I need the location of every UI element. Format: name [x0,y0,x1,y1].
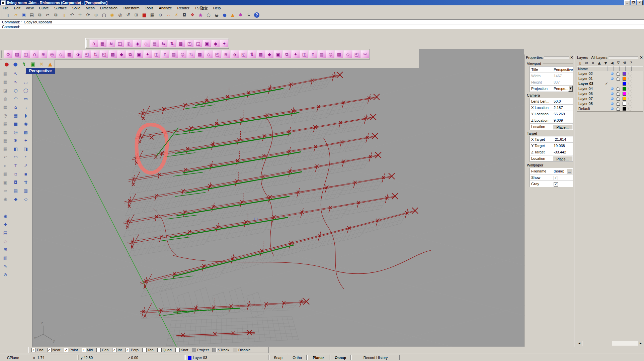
cen-checkbox[interactable] [96,348,101,352]
cplane-tool-icon-7[interactable]: ▦ [1,120,10,128]
print-preview-icon[interactable]: ⧉ [36,11,44,19]
extra-tool-icon-6[interactable]: ▥ [1,254,10,262]
surface-tool-icon-4[interactable]: ◫ [115,39,124,47]
edit-tool-icon-9[interactable]: ✦ [21,136,30,145]
command-input[interactable]: Command: ▲▼ ◀ ▶ [0,24,644,29]
menu-surface[interactable]: Surface [52,6,70,10]
extra-tool-icon-8[interactable]: ⊙ [1,270,10,279]
osnap-point[interactable]: ✓Point [64,348,78,352]
main-tool-icon-6[interactable]: ◇ [56,50,65,58]
undo-view-icon[interactable]: ↺ [124,11,132,19]
main-tool-icon-41[interactable]: ✂ [361,50,370,58]
main-tool-icon-8[interactable]: ⬗ [74,50,82,58]
bulb-icon[interactable] [611,107,614,110]
strack-toggle[interactable] [212,348,217,352]
main-tool-icon-5[interactable]: ◎ [48,50,56,58]
osnap-project[interactable]: Project [192,348,209,352]
edit-tool-icon-12[interactable]: ↗ [21,161,30,170]
name-column-header[interactable]: Name [577,67,608,71]
main-tool-icon-19[interactable]: ▤ [169,50,178,58]
main-tool-icon-34[interactable]: ◫ [300,50,309,58]
main-tool-icon-9[interactable]: ◰ [82,50,91,58]
layer-name[interactable]: Layer 02 [577,72,604,76]
menu-file[interactable]: File [0,6,11,10]
draw-tool-icon-8[interactable]: ◎ [11,128,20,136]
material-icon[interactable] [628,87,632,91]
point-checkbox[interactable]: ✓ [64,348,68,352]
layer-color-swatch[interactable] [623,77,626,81]
main-tool-icon-26[interactable]: ⬗ [230,50,239,58]
main-tool-icon-22[interactable]: ▦ [195,50,204,58]
bulb-icon[interactable] [611,77,614,80]
menu-curve[interactable]: Curve [36,6,51,10]
layers-tool-icon-9[interactable]: ? [628,59,634,67]
layer-name[interactable]: Layer 01 [577,77,604,81]
main-tool-icon-32[interactable]: ⧉ [283,50,291,58]
scrollbar-track[interactable] [612,341,638,346]
save-file-icon[interactable]: ▣ [20,11,28,19]
cplane-tool-icon-6[interactable]: ◔ [1,111,10,120]
main-tool-icon-31[interactable]: ▣ [274,50,283,58]
wallpaper-filename-value[interactable]: (none) [554,168,564,174]
layers-horizontal-scrollbar[interactable]: ◀ ▶ [577,341,643,346]
chevron-down-icon[interactable]: ▼ [568,86,573,92]
main-tool-icon-38[interactable]: ▦ [335,50,343,58]
edit-tool-icon-2[interactable]: ◡ [21,78,30,86]
material-icon[interactable] [628,97,632,101]
close-icon[interactable]: ✕ [640,55,643,59]
main-tool-icon-23[interactable]: ◇ [204,50,213,58]
x-location-value[interactable]: 2.187 [552,105,573,111]
cone-icon[interactable]: ▲ [46,60,55,68]
cplane-tool-icon-5[interactable]: ▦ [1,103,10,111]
project-toggle[interactable] [192,348,196,352]
osnap-tan[interactable]: Tan [142,348,154,352]
main-tool-icon-14[interactable]: ⧉ [126,50,135,58]
material-icon[interactable] [628,92,632,96]
osnap-button[interactable]: Osnap [330,355,351,360]
material-icon[interactable] [628,82,632,86]
disable-toggle[interactable] [233,348,237,352]
layer-name[interactable]: Layer 05 [577,102,604,106]
main-tool-icon-36[interactable]: ▤ [317,50,326,58]
x-target-value[interactable]: -21.614 [552,136,573,142]
lock-icon[interactable] [617,88,620,91]
surface-tool-icon-11[interactable]: ▩ [176,39,185,47]
surface-tool-icon-10[interactable]: ⇅ [168,39,176,47]
draw-tool-icon-15[interactable]: ▤ [11,187,20,195]
extra-tool-icon-7[interactable]: ✎ [1,262,10,270]
move-icon[interactable]: ▆ [140,11,148,19]
menu-analyze[interactable]: Analyze [156,6,174,10]
main-tool-icon-20[interactable]: ◎ [178,50,187,58]
mid-checkbox[interactable]: ✓ [82,348,86,352]
cplane-tool-icon-16[interactable]: ◉ [1,195,10,203]
draw-tool-icon-11[interactable]: ◠ [11,153,20,161]
main-tool-icon-25[interactable]: ≋ [222,50,230,58]
draw-tool-icon-13[interactable]: ▫ [11,170,20,178]
z-location-value[interactable]: 9.009 [552,117,573,123]
main-tool-icon-28[interactable]: ⇅ [248,50,256,58]
osnap-near[interactable]: ✓Near [47,348,61,352]
material-icon[interactable] [628,102,632,106]
rotate-view-icon[interactable]: ⟳ [84,11,92,19]
edit-tool-icon-13[interactable]: ▪ [21,170,30,178]
cplane-tool-icon-12[interactable]: ▹ [1,161,10,170]
end-checkbox[interactable]: ✓ [31,348,36,352]
menu-ts[interactable]: TS:随意 [192,5,211,11]
layer-name[interactable]: Layer 07 [577,97,604,101]
osnap-end[interactable]: ✓End [31,348,44,352]
main-tool-icon-18[interactable]: ∩ [161,50,169,58]
scroll-right-icon[interactable]: ▶ [638,341,643,346]
material-icon[interactable] [628,107,632,111]
surface-tool-icon-6[interactable]: ⬗ [133,39,142,47]
layer-color-swatch[interactable] [623,87,626,91]
draw-tool-icon-7[interactable]: ■ [11,120,20,128]
points-x-icon[interactable]: ✕ [37,60,46,68]
toolbar-grip[interactable] [86,40,89,47]
layer-color-swatch[interactable] [623,72,626,76]
draw-tool-icon-14[interactable]: ◘ [11,178,20,187]
close-icon[interactable]: ✕ [570,55,573,59]
draw-tool-icon-16[interactable]: ◆ [11,195,20,203]
ortho-button[interactable]: Ortho [288,355,307,360]
menu-transform[interactable]: Transform [120,6,142,10]
surface-tool-icon-16[interactable]: ✦ [220,39,229,47]
